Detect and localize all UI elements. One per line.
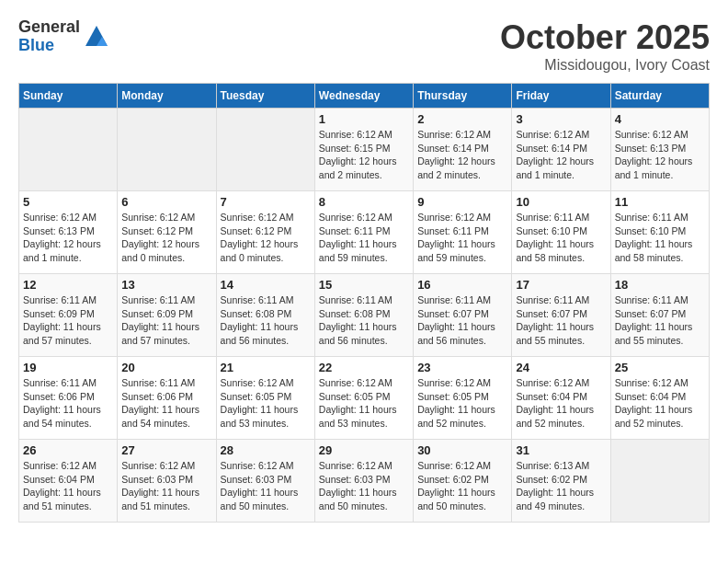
day-number: 11 [615, 195, 705, 209]
calendar-cell: 11Sunrise: 6:11 AM Sunset: 6:10 PM Dayli… [610, 191, 709, 274]
day-info: Sunrise: 6:12 AM Sunset: 6:04 PM Dayligh… [615, 376, 705, 431]
weekday-header-row: SundayMondayTuesdayWednesdayThursdayFrid… [19, 84, 710, 109]
calendar-cell: 10Sunrise: 6:11 AM Sunset: 6:10 PM Dayli… [512, 191, 610, 274]
day-number: 10 [516, 195, 606, 209]
day-info: Sunrise: 6:12 AM Sunset: 6:05 PM Dayligh… [319, 376, 409, 431]
calendar-cell: 27Sunrise: 6:12 AM Sunset: 6:03 PM Dayli… [118, 440, 216, 523]
day-number: 19 [23, 361, 113, 374]
logo-icon [84, 24, 109, 50]
day-number: 15 [319, 278, 409, 292]
weekday-header-saturday: Saturday [610, 84, 709, 109]
logo: General Blue [18, 18, 109, 55]
week-row-1: 1Sunrise: 6:12 AM Sunset: 6:15 PM Daylig… [19, 109, 710, 191]
day-info: Sunrise: 6:11 AM Sunset: 6:08 PM Dayligh… [221, 293, 311, 348]
day-number: 17 [516, 278, 606, 292]
day-info: Sunrise: 6:11 AM Sunset: 6:07 PM Dayligh… [417, 293, 507, 348]
day-number: 31 [516, 443, 606, 457]
day-info: Sunrise: 6:12 AM Sunset: 6:03 PM Dayligh… [221, 459, 311, 513]
day-number: 7 [221, 195, 311, 209]
weekday-header-monday: Monday [118, 84, 216, 109]
day-number: 27 [121, 443, 211, 457]
day-info: Sunrise: 6:12 AM Sunset: 6:13 PM Dayligh… [615, 128, 705, 182]
calendar-cell: 18Sunrise: 6:11 AM Sunset: 6:07 PM Dayli… [610, 274, 709, 357]
calendar-cell: 31Sunrise: 6:13 AM Sunset: 6:02 PM Dayli… [512, 440, 610, 523]
day-info: Sunrise: 6:12 AM Sunset: 6:04 PM Dayligh… [23, 459, 113, 513]
calendar-cell: 3Sunrise: 6:12 AM Sunset: 6:14 PM Daylig… [512, 109, 610, 191]
calendar-cell: 13Sunrise: 6:11 AM Sunset: 6:09 PM Dayli… [118, 274, 216, 357]
day-info: Sunrise: 6:12 AM Sunset: 6:14 PM Dayligh… [417, 128, 507, 182]
day-info: Sunrise: 6:12 AM Sunset: 6:15 PM Dayligh… [319, 128, 409, 182]
day-info: Sunrise: 6:11 AM Sunset: 6:06 PM Dayligh… [23, 376, 113, 431]
day-info: Sunrise: 6:11 AM Sunset: 6:09 PM Dayligh… [121, 293, 211, 348]
day-number: 13 [121, 278, 211, 292]
calendar-table: SundayMondayTuesdayWednesdayThursdayFrid… [18, 83, 710, 523]
week-row-3: 12Sunrise: 6:11 AM Sunset: 6:09 PM Dayli… [19, 274, 710, 357]
day-info: Sunrise: 6:11 AM Sunset: 6:06 PM Dayligh… [121, 376, 211, 431]
calendar-cell: 2Sunrise: 6:12 AM Sunset: 6:14 PM Daylig… [414, 109, 512, 191]
calendar-cell: 30Sunrise: 6:12 AM Sunset: 6:02 PM Dayli… [414, 440, 512, 523]
calendar-cell: 1Sunrise: 6:12 AM Sunset: 6:15 PM Daylig… [314, 109, 413, 191]
page-header: General Blue October 2025 Missidougou, I… [18, 18, 710, 74]
day-info: Sunrise: 6:13 AM Sunset: 6:02 PM Dayligh… [516, 459, 606, 513]
day-info: Sunrise: 6:12 AM Sunset: 6:11 PM Dayligh… [319, 211, 409, 265]
day-number: 20 [121, 361, 211, 374]
week-row-5: 26Sunrise: 6:12 AM Sunset: 6:04 PM Dayli… [19, 440, 710, 523]
day-number: 28 [221, 443, 311, 457]
calendar-cell: 20Sunrise: 6:11 AM Sunset: 6:06 PM Dayli… [118, 357, 216, 440]
calendar-cell: 8Sunrise: 6:12 AM Sunset: 6:11 PM Daylig… [314, 191, 413, 274]
day-info: Sunrise: 6:12 AM Sunset: 6:05 PM Dayligh… [221, 376, 311, 431]
day-number: 24 [516, 361, 606, 374]
day-number: 8 [319, 195, 409, 209]
weekday-header-tuesday: Tuesday [216, 84, 314, 109]
calendar-cell: 14Sunrise: 6:11 AM Sunset: 6:08 PM Dayli… [216, 274, 314, 357]
calendar-cell: 15Sunrise: 6:11 AM Sunset: 6:08 PM Dayli… [314, 274, 413, 357]
day-number: 23 [417, 361, 507, 374]
day-info: Sunrise: 6:12 AM Sunset: 6:13 PM Dayligh… [23, 211, 113, 265]
calendar-cell: 6Sunrise: 6:12 AM Sunset: 6:12 PM Daylig… [118, 191, 216, 274]
day-info: Sunrise: 6:11 AM Sunset: 6:09 PM Dayligh… [23, 293, 113, 348]
day-number: 2 [417, 112, 507, 126]
day-info: Sunrise: 6:12 AM Sunset: 6:14 PM Dayligh… [516, 128, 606, 182]
weekday-header-friday: Friday [512, 84, 610, 109]
calendar-cell [118, 109, 216, 191]
day-number: 14 [221, 278, 311, 292]
day-number: 30 [417, 443, 507, 457]
day-info: Sunrise: 6:11 AM Sunset: 6:08 PM Dayligh… [319, 293, 409, 348]
day-number: 21 [221, 361, 311, 374]
day-number: 12 [23, 278, 113, 292]
week-row-2: 5Sunrise: 6:12 AM Sunset: 6:13 PM Daylig… [19, 191, 710, 274]
week-row-4: 19Sunrise: 6:11 AM Sunset: 6:06 PM Dayli… [19, 357, 710, 440]
calendar-cell: 12Sunrise: 6:11 AM Sunset: 6:09 PM Dayli… [19, 274, 118, 357]
calendar-cell [216, 109, 314, 191]
day-info: Sunrise: 6:11 AM Sunset: 6:10 PM Dayligh… [615, 211, 705, 265]
day-info: Sunrise: 6:12 AM Sunset: 6:03 PM Dayligh… [319, 459, 409, 513]
day-number: 16 [417, 278, 507, 292]
day-number: 4 [615, 112, 705, 126]
day-number: 29 [319, 443, 409, 457]
day-number: 5 [23, 195, 113, 209]
calendar-cell: 24Sunrise: 6:12 AM Sunset: 6:04 PM Dayli… [512, 357, 610, 440]
day-info: Sunrise: 6:12 AM Sunset: 6:03 PM Dayligh… [121, 459, 211, 513]
calendar-cell: 7Sunrise: 6:12 AM Sunset: 6:12 PM Daylig… [216, 191, 314, 274]
logo-general-text: General [18, 18, 80, 37]
day-number: 18 [615, 278, 705, 292]
calendar-cell: 5Sunrise: 6:12 AM Sunset: 6:13 PM Daylig… [19, 191, 118, 274]
day-info: Sunrise: 6:12 AM Sunset: 6:05 PM Dayligh… [417, 376, 507, 431]
day-info: Sunrise: 6:12 AM Sunset: 6:11 PM Dayligh… [417, 211, 507, 265]
calendar-cell: 22Sunrise: 6:12 AM Sunset: 6:05 PM Dayli… [314, 357, 413, 440]
day-info: Sunrise: 6:12 AM Sunset: 6:02 PM Dayligh… [417, 459, 507, 513]
calendar-cell: 26Sunrise: 6:12 AM Sunset: 6:04 PM Dayli… [19, 440, 118, 523]
calendar-cell: 17Sunrise: 6:11 AM Sunset: 6:07 PM Dayli… [512, 274, 610, 357]
calendar-cell [19, 109, 118, 191]
day-info: Sunrise: 6:11 AM Sunset: 6:07 PM Dayligh… [516, 293, 606, 348]
location-subtitle: Missidougou, Ivory Coast [500, 57, 710, 74]
day-info: Sunrise: 6:12 AM Sunset: 6:04 PM Dayligh… [516, 376, 606, 431]
day-info: Sunrise: 6:12 AM Sunset: 6:12 PM Dayligh… [221, 211, 311, 265]
calendar-cell: 4Sunrise: 6:12 AM Sunset: 6:13 PM Daylig… [610, 109, 709, 191]
calendar-cell: 21Sunrise: 6:12 AM Sunset: 6:05 PM Dayli… [216, 357, 314, 440]
calendar-cell: 16Sunrise: 6:11 AM Sunset: 6:07 PM Dayli… [414, 274, 512, 357]
calendar-cell: 19Sunrise: 6:11 AM Sunset: 6:06 PM Dayli… [19, 357, 118, 440]
day-info: Sunrise: 6:11 AM Sunset: 6:10 PM Dayligh… [516, 211, 606, 265]
day-info: Sunrise: 6:11 AM Sunset: 6:07 PM Dayligh… [615, 293, 705, 348]
day-number: 9 [417, 195, 507, 209]
